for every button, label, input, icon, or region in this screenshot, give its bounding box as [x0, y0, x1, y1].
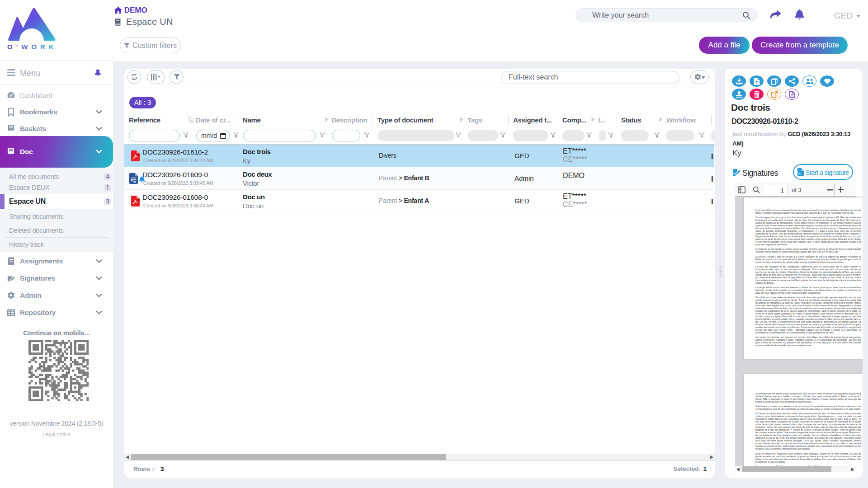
svg-text:w: w [133, 180, 136, 183]
svg-text:O'WORK: O'WORK [7, 43, 57, 51]
